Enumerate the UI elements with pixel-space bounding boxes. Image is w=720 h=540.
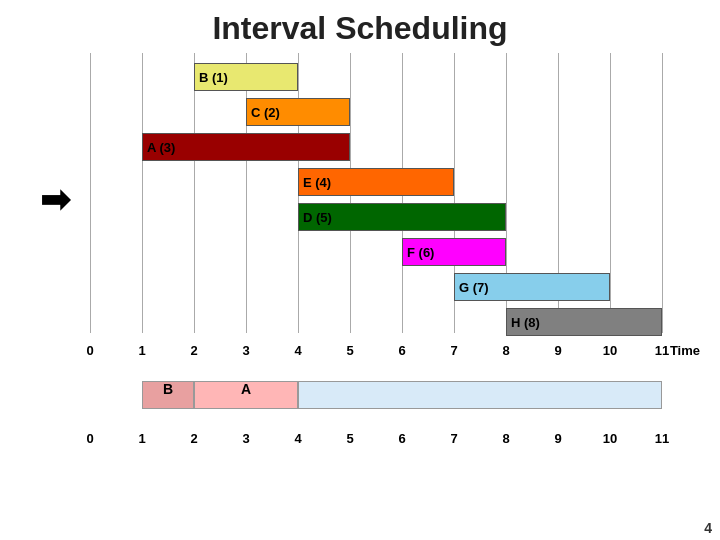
bottom-axis-label-2: 2	[190, 431, 197, 446]
axis-label-7: 7	[450, 343, 457, 358]
bottom-axis-label-3: 3	[242, 431, 249, 446]
axis-label-9: 9	[554, 343, 561, 358]
bottom-axis-label-10: 10	[603, 431, 617, 446]
bar-a: A (3)	[142, 133, 350, 161]
bottom-label-a: A	[241, 381, 251, 397]
bottom-axis-label-7: 7	[450, 431, 457, 446]
grid-line	[246, 53, 247, 333]
bottom-axis-label-0: 0	[86, 431, 93, 446]
axis-label-5: 5	[346, 343, 353, 358]
grid-line	[90, 53, 91, 333]
axis-label-3: 3	[242, 343, 249, 358]
interval-chart: ➡ B (1)C (2)A (3)E (4)D (5)F (6)G (7)H (…	[30, 53, 690, 363]
bottom-axis-label-8: 8	[502, 431, 509, 446]
bottom-axis-label-5: 5	[346, 431, 353, 446]
grid-line	[662, 53, 663, 333]
time-axis-label: Time	[670, 343, 700, 358]
bottom-axis-label-6: 6	[398, 431, 405, 446]
bar-f: F (6)	[402, 238, 506, 266]
grid-line	[194, 53, 195, 333]
bar-g: G (7)	[454, 273, 610, 301]
axis-label-10: 10	[603, 343, 617, 358]
bottom-label-b: B	[163, 381, 173, 397]
bar-b: B (1)	[194, 63, 298, 91]
bottom-axis-label-4: 4	[294, 431, 301, 446]
bottom-axis-label-11: 11	[655, 431, 669, 446]
bottom-axis-label-9: 9	[554, 431, 561, 446]
bar-c: C (2)	[246, 98, 350, 126]
bar-d: D (5)	[298, 203, 506, 231]
axis-label-2: 2	[190, 343, 197, 358]
axis-label-8: 8	[502, 343, 509, 358]
axis-label-4: 4	[294, 343, 301, 358]
bar-h: H (8)	[506, 308, 662, 336]
grid-line	[610, 53, 611, 333]
grid-line	[142, 53, 143, 333]
bottom-timeline: BA01234567891011	[30, 371, 690, 451]
bottom-bar-rest	[298, 381, 662, 409]
axis-label-0: 0	[86, 343, 93, 358]
bottom-axis-label-1: 1	[138, 431, 145, 446]
axis-label-11: 11	[655, 343, 669, 358]
axis-label-1: 1	[138, 343, 145, 358]
page-title: Interval Scheduling	[0, 0, 720, 53]
page-number: 4	[704, 520, 712, 536]
axis-label-6: 6	[398, 343, 405, 358]
bar-e: E (4)	[298, 168, 454, 196]
